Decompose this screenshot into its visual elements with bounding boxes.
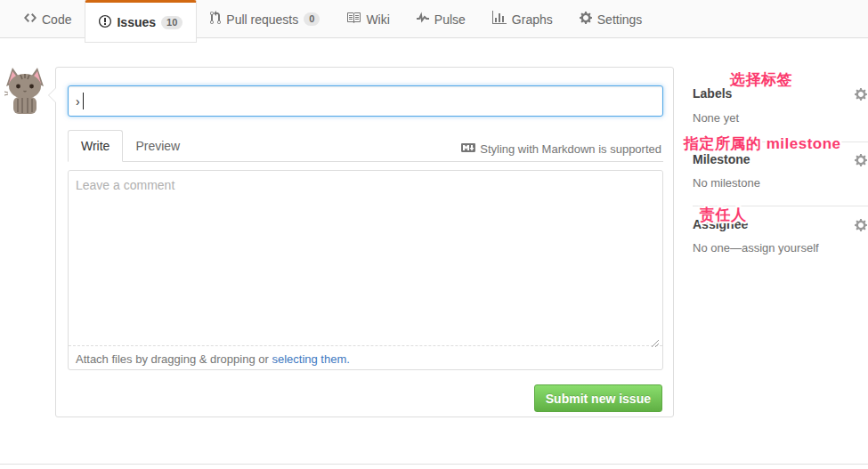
attach-files-bar: Attach files by dragging & dropping or s…	[69, 346, 662, 372]
markdown-hint-text: Styling with Markdown is supported	[480, 142, 661, 156]
code-icon	[24, 11, 37, 28]
pr-count-badge: 0	[304, 12, 320, 26]
user-avatar[interactable]	[3, 65, 47, 114]
markdown-icon	[461, 141, 475, 158]
footer-divider	[0, 464, 868, 465]
new-issue-form: Write Preview Styling with Markdown is s…	[55, 67, 674, 417]
select-files-link[interactable]: selecting them.	[272, 352, 349, 366]
tab-label: Pull requests	[226, 12, 298, 27]
tab-issues[interactable]: Issues 10	[85, 0, 197, 43]
submit-new-issue-button[interactable]: Submit new issue	[534, 384, 662, 412]
book-icon	[346, 11, 361, 28]
issue-title-input[interactable]	[68, 85, 663, 117]
annotation-assignee: 责任人	[700, 205, 747, 225]
issue-opened-icon	[99, 14, 111, 31]
comment-box: Attach files by dragging & dropping or s…	[68, 170, 663, 370]
assignee-gear-icon[interactable]	[855, 218, 867, 236]
milestone-gear-icon[interactable]	[855, 153, 867, 171]
tab-write[interactable]: Write	[68, 130, 123, 162]
comment-textarea[interactable]	[69, 171, 662, 346]
tab-pull-requests[interactable]: Pull requests 0	[197, 0, 333, 38]
tab-wiki[interactable]: Wiki	[333, 0, 402, 38]
pulse-icon	[417, 11, 429, 28]
annotation-labels: 选择标签	[730, 69, 792, 90]
gear-icon	[580, 11, 592, 28]
tab-graphs[interactable]: Graphs	[479, 0, 566, 38]
milestone-value: No milestone	[693, 176, 760, 190]
tab-label: Pulse	[434, 12, 466, 27]
labels-section-title: Labels	[693, 86, 732, 101]
tab-label: Settings	[597, 12, 643, 27]
repo-tab-nav: Code Issues 10 Pull requests 0 Wiki Puls…	[0, 0, 868, 38]
attach-text: Attach files by dragging & dropping or	[76, 352, 269, 366]
tab-preview[interactable]: Preview	[123, 131, 192, 161]
annotation-milestone: 指定所属的 milestone	[684, 133, 841, 154]
milestone-section-title: Milestone	[693, 152, 750, 166]
text-caret	[83, 93, 84, 109]
labels-value: None yet	[693, 111, 739, 125]
assignee-value: No one—assign yourself	[693, 241, 819, 255]
tab-label: Code	[42, 12, 71, 27]
git-pull-request-icon	[210, 11, 221, 28]
markdown-hint: Styling with Markdown is supported	[461, 141, 661, 158]
tab-pulse[interactable]: Pulse	[403, 0, 479, 38]
tab-code[interactable]: Code	[11, 0, 85, 38]
tab-label: Issues	[117, 15, 156, 29]
tab-label: Graphs	[512, 12, 553, 27]
issues-count-badge: 10	[161, 16, 183, 29]
labels-gear-icon[interactable]	[855, 87, 867, 105]
resize-handle[interactable]	[650, 336, 660, 352]
new-issue-page: Code Issues 10 Pull requests 0 Wiki Puls…	[0, 0, 868, 469]
graph-icon	[492, 11, 507, 28]
tab-label: Wiki	[366, 12, 389, 27]
tab-settings[interactable]: Settings	[566, 0, 656, 38]
